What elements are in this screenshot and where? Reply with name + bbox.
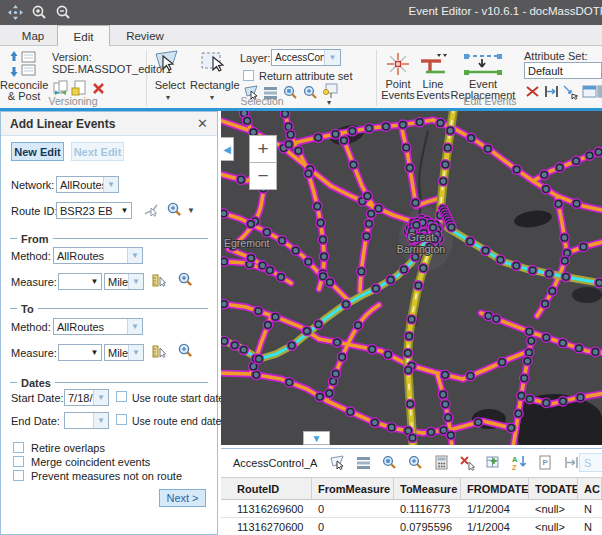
attribute-set-value: Default: [525, 65, 601, 77]
clear-selection-icon[interactable]: [322, 82, 339, 99]
next-edit-button[interactable]: Next Edit: [71, 142, 124, 161]
to-measure-picker-icon[interactable]: [151, 343, 168, 360]
dates-section-label: Dates: [21, 377, 51, 389]
zoom-in-icon[interactable]: [31, 4, 48, 21]
map-canvas[interactable]: Egremont Great Barrington: [221, 111, 602, 445]
to-method-value: AllRoutes: [54, 321, 127, 333]
layer-combo[interactable]: AccessControl_A▼: [271, 49, 341, 66]
collapse-table-arrow[interactable]: ▼: [303, 431, 330, 445]
merge-coincident-checkbox[interactable]: [13, 456, 24, 467]
line-button-point-events[interactable]: Point Events: [381, 79, 415, 101]
select-button[interactable]: Select: [153, 79, 187, 91]
next-button[interactable]: Next >: [159, 489, 206, 507]
selection-group-label: Selection: [218, 95, 306, 107]
rectangle-dropdown-caret[interactable]: ▾: [210, 93, 214, 102]
panel-close-icon[interactable]: ✕: [197, 116, 208, 131]
from-method-arrow[interactable]: ▼: [127, 248, 142, 263]
map-zoom-out-button[interactable]: −: [249, 162, 277, 190]
to-zoom-measure-icon[interactable]: [177, 342, 194, 359]
table-zoom-to-selected-icon[interactable]: [381, 454, 398, 471]
end-date-combo[interactable]: ▼: [64, 412, 109, 429]
table-cut-combo[interactable]: S: [579, 453, 602, 472]
pan-icon[interactable]: [7, 4, 24, 21]
zoom-to-route-icon[interactable]: [166, 201, 183, 218]
table-cell: <null>: [529, 500, 578, 517]
prevent-measures-checkbox[interactable]: [13, 470, 24, 481]
rectangle-select-icon[interactable]: [198, 48, 226, 76]
column-header[interactable]: FromMeasure: [312, 478, 394, 499]
reconcile-post-icon[interactable]: [8, 49, 40, 79]
use-route-start-date-checkbox[interactable]: [116, 391, 127, 402]
clear-selection-caret[interactable]: ▾: [327, 98, 331, 107]
table-report-icon[interactable]: P: [537, 454, 554, 471]
from-method-combo[interactable]: AllRoutes▼: [53, 247, 143, 264]
route-id-combo-arrow[interactable]: ▼: [118, 206, 131, 215]
tab-edit[interactable]: Edit: [57, 25, 110, 47]
zoom-route-caret[interactable]: ▼: [187, 206, 195, 215]
attribute-table-panel: AccessControl_A AZ P S RouteIDFromMeasur…: [221, 448, 602, 535]
event-replacement-icon[interactable]: [462, 52, 504, 76]
column-header[interactable]: FROMDATE: [461, 478, 529, 499]
network-combo[interactable]: AllRoutes▼: [56, 176, 119, 193]
snap-event-icon[interactable]: [562, 83, 579, 100]
rectangle-button[interactable]: Rectangle: [190, 79, 236, 91]
from-zoom-measure-icon[interactable]: [177, 271, 194, 288]
table-calculate-icon[interactable]: [433, 454, 450, 471]
to-method-arrow[interactable]: ▼: [127, 319, 142, 334]
end-date-arrow[interactable]: ▼: [93, 413, 108, 428]
from-units-arrow[interactable]: ▼: [128, 274, 143, 289]
to-method-combo[interactable]: AllRoutes▼: [53, 318, 143, 335]
start-date-arrow[interactable]: ▼: [93, 390, 108, 405]
add-linear-events-panel: Add Linear Events ✕ New Edit Next Edit N…: [0, 111, 218, 535]
to-measure-combo[interactable]: ▼: [58, 344, 102, 361]
column-header[interactable]: ToMeasure: [394, 478, 461, 499]
layer-combo-arrow[interactable]: ▼: [324, 50, 340, 65]
table-select-features-icon[interactable]: [329, 454, 346, 471]
zoom-out-icon[interactable]: [55, 4, 72, 21]
new-version-icon[interactable]: [71, 79, 88, 96]
from-measure-arrow[interactable]: ▼: [88, 277, 101, 286]
to-units-arrow[interactable]: ▼: [128, 345, 143, 360]
table-row[interactable]: 1131626960000.11167731/1/2004<null>N: [221, 500, 602, 518]
table-options-icon[interactable]: [355, 454, 372, 471]
from-measure-picker-icon[interactable]: [151, 272, 168, 289]
table-add-record-icon[interactable]: [485, 454, 502, 471]
new-edit-button[interactable]: New Edit: [11, 142, 64, 161]
start-date-combo[interactable]: 7/18/▼: [64, 389, 109, 406]
network-value: AllRoutes: [57, 179, 103, 191]
table-sort-icon[interactable]: AZ: [511, 454, 528, 471]
select-dropdown-caret[interactable]: ▾: [166, 93, 170, 102]
from-measure-combo[interactable]: ▼: [58, 273, 102, 290]
select-route-on-map-icon[interactable]: [143, 202, 160, 219]
table-clear-selection-icon[interactable]: [459, 454, 476, 471]
collapse-left-panel-arrow[interactable]: ◀: [221, 137, 234, 161]
use-route-end-date-checkbox[interactable]: [116, 414, 127, 425]
events-panel-2-icon[interactable]: [596, 83, 602, 100]
table-pan-to-selected-icon[interactable]: [407, 454, 424, 471]
retire-overlaps-checkbox[interactable]: [13, 442, 24, 453]
line-events-icon[interactable]: [419, 52, 447, 76]
group-separator: [376, 50, 377, 106]
table-row[interactable]: 1131627060000.07955961/1/2004<null>N: [221, 518, 602, 535]
attribute-set-combo[interactable]: Default: [524, 62, 602, 79]
select-tool-icon[interactable]: [153, 48, 181, 76]
return-attribute-set-checkbox[interactable]: [243, 70, 254, 81]
map-zoom-in-button[interactable]: +: [249, 135, 277, 163]
version-changes-icon[interactable]: [52, 79, 69, 96]
network-combo-arrow[interactable]: ▼: [103, 177, 118, 192]
point-events-icon[interactable]: [386, 52, 410, 76]
table-measure-columns-icon[interactable]: [563, 454, 580, 471]
measure-event-icon[interactable]: [543, 83, 560, 100]
tab-review[interactable]: Review: [116, 25, 174, 46]
route-id-combo[interactable]: BSR23 EB▼: [56, 202, 132, 219]
from-units-value: Miles: [105, 276, 128, 288]
tab-map[interactable]: Map: [10, 25, 56, 46]
from-units-combo[interactable]: Miles▼: [104, 273, 144, 290]
column-header[interactable]: TODATE: [529, 478, 578, 499]
column-header[interactable]: RouteID: [221, 478, 312, 499]
to-measure-arrow[interactable]: ▼: [88, 348, 101, 357]
column-header[interactable]: AC: [578, 478, 602, 499]
table-cell: 0: [312, 500, 394, 517]
to-units-combo[interactable]: Miles▼: [104, 344, 144, 361]
map-viewport[interactable]: Egremont Great Barrington ◀ + − ▼: [221, 111, 602, 445]
